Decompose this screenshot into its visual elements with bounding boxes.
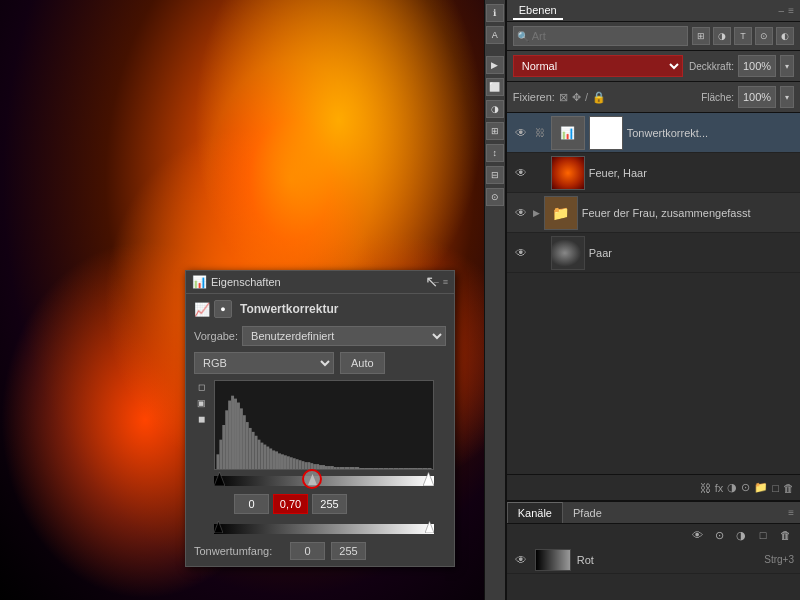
white-slider-handle[interactable] <box>423 472 434 488</box>
fx-icon[interactable]: fx <box>715 482 724 494</box>
layer-visibility-toggle[interactable]: 👁 <box>513 125 529 141</box>
properties-panel: 📊 Eigenschaften – ≡ 📈 ● Tonwertkorrektur <box>185 270 455 567</box>
svg-rect-39 <box>328 466 331 469</box>
middle-tool-1[interactable]: ℹ <box>486 4 504 22</box>
tab-kanale[interactable]: Kanäle <box>507 502 563 523</box>
output-black-handle[interactable] <box>214 521 223 535</box>
black-point-tool[interactable]: ◼ <box>194 412 208 426</box>
layer-kind-icon[interactable]: ⊞ <box>692 27 710 45</box>
fix-checkered[interactable]: ⊠ <box>559 91 568 104</box>
fix-brush[interactable]: / <box>585 91 588 103</box>
layer-color-icon[interactable]: ◑ <box>713 27 731 45</box>
channel-new-icon[interactable]: □ <box>754 526 772 544</box>
middle-tool-6[interactable]: ⊞ <box>486 122 504 140</box>
panel-collapse-icon[interactable]: – <box>779 5 785 16</box>
input-gamma-value[interactable]: 0,70 <box>273 494 308 514</box>
fix-lock[interactable]: 🔒 <box>592 91 606 104</box>
auto-button[interactable]: Auto <box>340 352 385 374</box>
trash-icon[interactable]: 🗑 <box>783 482 794 494</box>
black-slider-handle[interactable] <box>214 472 225 488</box>
fix-label: Fixieren: <box>513 91 555 103</box>
svg-rect-5 <box>228 401 231 469</box>
opacity-arrow[interactable]: ▾ <box>780 55 794 77</box>
fill-input[interactable]: 100% <box>738 86 776 108</box>
gamma-slider-handle[interactable] <box>302 469 322 489</box>
layer-attr-icon[interactable]: ⊙ <box>755 27 773 45</box>
properties-titlebar[interactable]: 📊 Eigenschaften – ≡ <box>186 271 454 294</box>
svg-rect-20 <box>272 450 275 469</box>
tab-pfade[interactable]: Pfade <box>563 502 612 523</box>
white-point-tool[interactable]: ◻ <box>194 380 208 394</box>
channel-select[interactable]: RGB <box>194 352 334 374</box>
svg-rect-32 <box>307 462 310 469</box>
middle-tool-3[interactable]: ▶ <box>486 56 504 74</box>
blend-mode-select[interactable]: Normal <box>513 55 683 77</box>
layer-item[interactable]: 👁 Feuer, Haar <box>507 153 800 193</box>
svg-rect-4 <box>225 410 228 469</box>
opacity-input[interactable]: 100% <box>738 55 776 77</box>
layers-list: 👁 ⛓ 📊 Tonwertkorrekt... 👁 Feuer, Haar 👁 … <box>507 113 800 474</box>
bottom-panel-menu[interactable]: ≡ <box>782 507 800 518</box>
input-black-value[interactable]: 0 <box>234 494 269 514</box>
middle-tool-7[interactable]: ↕ <box>486 144 504 162</box>
channel-dotted-icon[interactable]: ⊙ <box>710 526 728 544</box>
panel-menu-icon[interactable]: ≡ <box>788 5 794 16</box>
properties-minimize[interactable]: – <box>434 277 439 287</box>
tab-ebenen[interactable]: Ebenen <box>513 2 563 20</box>
svg-rect-51 <box>379 468 384 469</box>
svg-rect-52 <box>384 468 389 469</box>
layer-visibility-toggle[interactable]: 👁 <box>513 205 529 221</box>
input-white-value[interactable]: 255 <box>312 494 347 514</box>
adjustment-icon[interactable]: ⊙ <box>741 481 750 494</box>
fix-move[interactable]: ✥ <box>572 91 581 104</box>
search-input[interactable] <box>513 26 688 46</box>
gray-point-tool[interactable]: ▣ <box>194 396 208 410</box>
new-layer-icon[interactable]: □ <box>772 482 779 494</box>
svg-rect-57 <box>408 468 413 469</box>
layer-visibility-toggle[interactable]: 👁 <box>513 165 529 181</box>
svg-rect-8 <box>237 403 240 469</box>
layer-item[interactable]: 👁 Paar <box>507 233 800 273</box>
svg-rect-27 <box>293 458 296 469</box>
layer-selected-icon[interactable]: ◐ <box>776 27 794 45</box>
middle-tool-9[interactable]: ⊙ <box>486 188 504 206</box>
preset-select[interactable]: Benutzerdefiniert <box>242 326 446 346</box>
add-mask-icon[interactable]: ◑ <box>727 481 737 494</box>
svg-rect-23 <box>281 454 284 469</box>
layer-visibility-toggle[interactable]: 👁 <box>513 245 529 261</box>
middle-tool-2[interactable]: A <box>486 26 504 44</box>
svg-rect-55 <box>398 468 403 469</box>
svg-rect-14 <box>255 436 258 469</box>
svg-rect-9 <box>240 408 243 469</box>
expand-arrow[interactable]: ▶ <box>533 208 540 218</box>
layer-item[interactable]: 👁 ▶ 📁 Feuer der Frau, zusammengefasst <box>507 193 800 233</box>
channel-item-rot[interactable]: 👁 Rot Strg+3 <box>507 546 800 574</box>
channel-visibility-icon[interactable]: 👁 <box>688 526 706 544</box>
output-white-value[interactable]: 255 <box>331 542 366 560</box>
link-icon[interactable]: ⛓ <box>700 482 711 494</box>
fill-arrow[interactable]: ▾ <box>780 86 794 108</box>
layer-effect-icon[interactable]: T <box>734 27 752 45</box>
channel-circle-icon[interactable]: ◑ <box>732 526 750 544</box>
folder-icon[interactable]: 📁 <box>754 481 768 494</box>
svg-rect-21 <box>275 451 278 469</box>
middle-tool-4[interactable]: ⬜ <box>486 78 504 96</box>
preset-label: Vorgabe: <box>194 330 238 342</box>
layer-name: Tonwertkorrekt... <box>627 127 794 139</box>
svg-rect-11 <box>246 422 249 469</box>
eyeball-icon[interactable]: ● <box>214 300 232 318</box>
svg-rect-15 <box>258 440 261 469</box>
properties-menu[interactable]: ≡ <box>443 277 448 287</box>
channel-trash-icon[interactable]: 🗑 <box>776 526 794 544</box>
middle-tool-5[interactable]: ◑ <box>486 100 504 118</box>
output-black-value[interactable]: 0 <box>290 542 325 560</box>
tonwert-icon: 📈 <box>194 302 210 317</box>
svg-rect-3 <box>222 425 225 469</box>
channel-visibility-toggle[interactable]: 👁 <box>513 552 529 568</box>
svg-rect-7 <box>234 399 237 469</box>
output-white-handle[interactable] <box>425 521 434 535</box>
middle-toolbar: ℹ A ▶ ⬜ ◑ ⊞ ↕ ⊟ ⊙ <box>484 0 506 600</box>
section-title: Tonwertkorrektur <box>240 302 338 316</box>
middle-tool-8[interactable]: ⊟ <box>486 166 504 184</box>
layer-item[interactable]: 👁 ⛓ 📊 Tonwertkorrekt... <box>507 113 800 153</box>
